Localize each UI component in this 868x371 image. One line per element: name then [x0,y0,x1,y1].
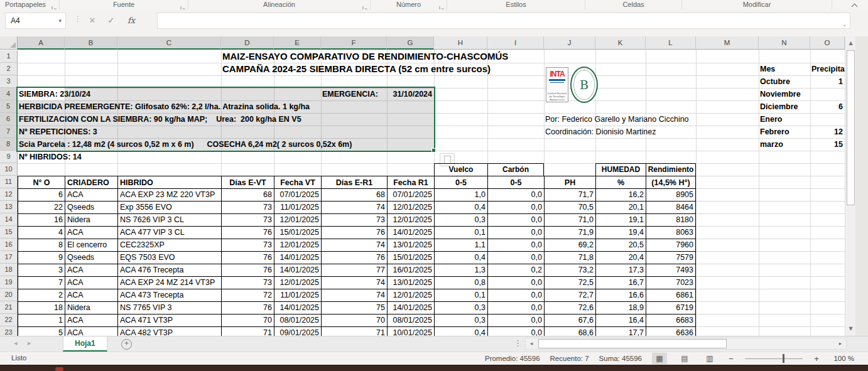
cell-G18[interactable]: 16/01/2025 [387,264,434,277]
cell-G14[interactable]: 12/01/2025 [387,213,434,227]
row-header-16[interactable]: 16 [0,239,18,251]
cell-A18[interactable]: 3 [18,264,65,277]
column-header-I[interactable]: I [487,36,544,50]
cell-A15[interactable]: 4 [18,226,65,239]
cell-C21[interactable]: NS 7765 VIP 3 [117,301,221,315]
cell-C13[interactable]: Exp 3556 EVO [117,201,221,214]
cell-H20[interactable]: 0,1 [434,289,487,302]
zoom-slider[interactable] [745,353,803,364]
cell-E13[interactable]: 11/01/2025 [274,201,321,214]
cell-H23[interactable]: 0,4 [434,326,487,336]
cell-L22[interactable]: 6683 [646,314,696,327]
cell-I13[interactable]: 0,0 [487,201,544,214]
sheet-nav-left-icon[interactable]: ◂ [14,339,18,347]
cell-B14[interactable]: Nidera [65,213,117,227]
vertical-scrollbar[interactable]: ▲ ▼ [845,36,855,336]
cell-E18[interactable]: 14/01/2025 [274,264,321,277]
cell-L13[interactable]: 8464 [646,201,696,214]
cell-C19[interactable]: ACA EXP 24 MZ 214 VT3P [117,276,221,289]
cell-H17[interactable]: 0,4 [434,251,487,264]
cell-A17[interactable]: 9 [18,251,65,264]
cell-F15[interactable]: 76 [321,226,387,239]
row-header-7[interactable]: 7 [0,126,18,138]
cell-H22[interactable]: 0,3 [434,314,487,327]
cell-E17[interactable]: 14/01/2025 [274,251,321,264]
cell-J23[interactable]: 68,6 [544,326,595,336]
cell-L16[interactable]: 7960 [646,239,696,252]
row-header-20[interactable]: 20 [0,289,18,301]
cell-B13[interactable]: Qseeds [65,201,117,214]
cell-O8[interactable]: 15 [811,138,843,151]
spreadsheet-grid[interactable]: INTA Instituto Nacional de Tecnología Ag… [0,36,845,336]
column-header-H[interactable]: H [434,36,487,50]
cell-K20[interactable]: 16,6 [595,289,646,302]
cell-G16[interactable]: 13/01/2025 [387,239,434,252]
cell-J16[interactable]: 69,2 [544,239,595,252]
cell-B22[interactable]: ACA [65,314,117,327]
selection-fill-handle[interactable] [431,148,436,153]
cell-H16[interactable]: 1,1 [434,239,487,252]
column-header-O[interactable]: O [810,36,845,50]
cell-L19[interactable]: 7023 [646,276,696,289]
zoom-in-icon[interactable]: + [813,354,820,363]
cell-H11[interactable]: 0-5 [434,176,487,189]
cell-E22[interactable]: 08/01/2025 [274,314,321,327]
cell-K23[interactable]: 17,7 [595,326,646,336]
cell-E12[interactable]: 07/01/2025 [274,188,321,202]
sheet-nav-right-icon[interactable]: ▸ [28,339,31,347]
cell-A14[interactable]: 16 [18,213,65,227]
cell-E16[interactable]: 12/01/2025 [274,239,321,252]
cell-J6[interactable]: Por: Federico Garello y Mariano Cicchino [545,113,689,126]
cell-I22[interactable]: 0,0 [487,314,544,327]
row-header-22[interactable]: 22 [0,314,18,326]
cell-I11[interactable]: 0-5 [487,176,544,189]
zoom-slider-thumb[interactable] [783,354,784,363]
cell-D21[interactable]: 76 [221,301,274,315]
cell-B19[interactable]: ACA [65,276,117,289]
dialog-launcher-icon[interactable] [362,3,368,8]
cell-A9[interactable]: Nº HIBRIDOS: 14 [19,151,82,163]
cell-H18[interactable]: 1,3 [434,264,487,277]
cell-D22[interactable]: 70 [221,314,274,327]
cell-A7[interactable]: Nº REPETICIONES: 3 [19,126,97,138]
cell-D18[interactable]: 76 [221,264,274,277]
cell-I12[interactable]: 0,0 [487,188,544,202]
cancel-icon[interactable]: ✕ [84,13,100,29]
cell-J21[interactable]: 72,6 [544,301,595,315]
cell-K12[interactable]: 16,2 [595,188,646,202]
cell-B21[interactable]: Nidera [65,301,117,315]
cell-C22[interactable]: ACA 471 VT3P [117,314,221,327]
cell-J20[interactable]: 72,7 [544,289,595,302]
row-header-4[interactable]: 4 [0,88,18,100]
cell-I18[interactable]: 0,2 [487,264,544,277]
cell-K18[interactable]: 17,3 [595,264,646,277]
cell-J18[interactable]: 73,2 [544,264,595,277]
collapse-ribbon-icon[interactable] [840,0,868,9]
cell-J12[interactable]: 71,7 [544,188,595,202]
row-header-10[interactable]: 10 [0,163,18,176]
cell-F13[interactable]: 74 [321,201,387,214]
cell-G22[interactable]: 08/01/2025 [387,314,434,327]
cell-O7[interactable]: 12 [811,126,843,138]
cell-F4[interactable]: EMERGENCIA: [322,88,378,100]
cell-C17[interactable]: EQS 7503 EVO [117,251,221,264]
cell-H12[interactable]: 1,0 [434,188,487,202]
horizontal-scrollbar[interactable]: ◂ ▸ [525,338,847,350]
cell-I14[interactable]: 0,0 [487,213,544,227]
name-box[interactable]: A4 ▾ [5,13,66,29]
vertical-scrollbar-thumb[interactable] [847,50,855,205]
cell-N3[interactable]: Octubre [760,75,790,88]
cell-G20[interactable]: 12/01/2025 [387,289,434,302]
cell-G13[interactable]: 12/01/2025 [387,201,434,214]
cell-F20[interactable]: 74 [321,289,387,302]
cell-F23[interactable]: 71 [321,326,387,336]
cell-E20[interactable]: 11/01/2025 [274,289,321,302]
tab-splitter-handle[interactable]: ⋮ [514,338,522,348]
row-header-9[interactable]: 9 [0,151,18,163]
cell-C15[interactable]: ACA 477 VIP 3 CL [117,226,221,239]
cell-F22[interactable]: 70 [321,314,387,327]
column-header-A[interactable]: A [18,36,65,50]
column-header-D[interactable]: D [221,36,274,50]
cell-A23[interactable]: 5 [18,326,65,336]
dialog-launcher-icon[interactable] [180,3,186,8]
